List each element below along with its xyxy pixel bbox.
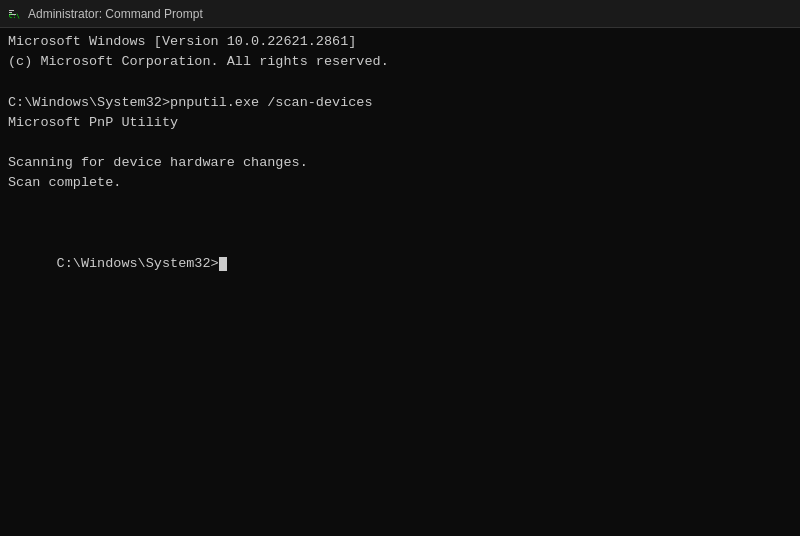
terminal-line-4: Microsoft PnP Utility [8,113,792,133]
terminal-line-1: Microsoft Windows [Version 10.0.22621.28… [8,32,792,52]
terminal-blank-1 [8,73,792,93]
cmd-icon: C:\ [8,7,22,21]
terminal-line-6: Scan complete. [8,173,792,193]
terminal-prompt: C:\Windows\System32> [8,234,792,295]
terminal-blank-4 [8,214,792,234]
terminal-body[interactable]: Microsoft Windows [Version 10.0.22621.28… [0,28,800,536]
cursor [219,257,227,271]
svg-rect-1 [9,10,14,11]
title-bar: C:\ Administrator: Command Prompt [0,0,800,28]
terminal-blank-2 [8,133,792,153]
prompt-text: C:\Windows\System32> [57,256,219,271]
terminal-line-2: (c) Microsoft Corporation. All rights re… [8,52,792,72]
cmd-window: C:\ Administrator: Command Prompt Micros… [0,0,800,536]
title-bar-text: Administrator: Command Prompt [28,7,203,21]
terminal-line-5: Scanning for device hardware changes. [8,153,792,173]
svg-text:C:\: C:\ [9,12,20,19]
terminal-blank-3 [8,194,792,214]
terminal-line-3: C:\Windows\System32>pnputil.exe /scan-de… [8,93,792,113]
